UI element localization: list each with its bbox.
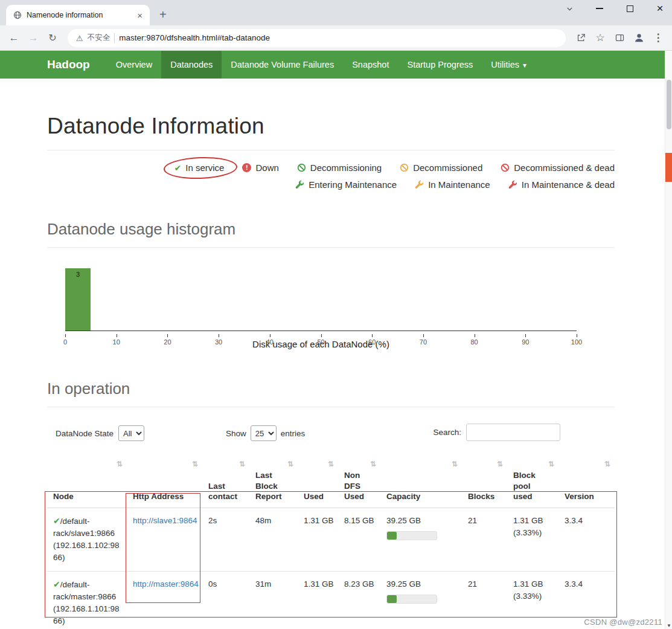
- page-content: Datanode Information In service Down Dec…: [0, 114, 615, 629]
- legend-label: Down: [255, 163, 278, 173]
- col-header-version[interactable]: Version: [558, 457, 615, 508]
- sort-icon[interactable]: [328, 459, 334, 469]
- datanode-state-select[interactable]: All: [118, 425, 144, 441]
- col-header-non-dfs-used[interactable]: Non DFS Used: [338, 457, 380, 508]
- sort-icon[interactable]: [604, 459, 610, 469]
- histogram-bar-value: 3: [76, 271, 80, 278]
- legend-down: Down: [242, 163, 278, 173]
- sort-icon[interactable]: [239, 459, 245, 469]
- divider: [47, 407, 615, 407]
- http-address-link[interactable]: http://slave1:9864: [133, 516, 197, 525]
- search-label: Search:: [433, 428, 461, 437]
- histogram-bar: 3: [65, 268, 91, 331]
- watermark-text: CSDN @dw@zd2211: [584, 618, 662, 627]
- ban-icon: [297, 163, 306, 172]
- check-icon: [53, 517, 60, 526]
- browser-toolbar: 不安全 master:9870/dfshealth.html#tab-datan…: [0, 25, 672, 51]
- legend-decommissioned: Decommissioned: [400, 163, 482, 173]
- nav-item-datanodes[interactable]: Datanodes: [161, 51, 222, 79]
- share-icon[interactable]: [573, 30, 589, 46]
- usage-histogram: 3 0 10 20 30 40 50 60 70 80 90 100 Disk …: [47, 266, 615, 349]
- col-header-node[interactable]: Node: [47, 457, 127, 508]
- col-header-block-pool-used[interactable]: Block pool used: [507, 457, 558, 508]
- browser-window: Namenode information 不安全 master:9870/dfs…: [0, 0, 672, 629]
- search-input[interactable]: [466, 424, 560, 441]
- side-panel-icon[interactable]: [612, 30, 627, 46]
- nav-item-startup-progress[interactable]: Startup Progress: [398, 51, 482, 79]
- browser-menu-icon[interactable]: [650, 30, 666, 46]
- cell-non-dfs-used: 8.15 GB: [338, 508, 380, 571]
- sort-icon[interactable]: [192, 459, 198, 469]
- status-legend: In service Down Decommissioning Decommis…: [47, 163, 615, 190]
- legend-label: Decommissioned: [413, 163, 482, 173]
- page-scrollbar[interactable]: [665, 51, 672, 629]
- window-minimize-button[interactable]: [594, 2, 606, 15]
- legend-label: Decommissioned & dead: [514, 163, 615, 173]
- bookmark-star-icon[interactable]: [592, 30, 608, 46]
- col-header-capacity[interactable]: Capacity: [380, 457, 462, 508]
- col-header-blocks[interactable]: Blocks: [462, 457, 507, 508]
- entries-control: Show 25 entries: [226, 425, 305, 441]
- window-maximize-button[interactable]: [624, 2, 636, 15]
- new-tab-button[interactable]: [156, 8, 170, 21]
- nav-utilities-label: Utilities: [491, 60, 519, 69]
- browser-tab[interactable]: Namenode information: [6, 5, 150, 25]
- legend-label: Decommissioning: [310, 163, 382, 173]
- legend-entering-maintenance: Entering Maintenance: [295, 179, 397, 190]
- window-controls: [563, 2, 666, 15]
- caret-down-icon: [519, 60, 526, 69]
- hadoop-navbar: Hadoop Overview Datanodes Datanode Volum…: [0, 51, 672, 79]
- cell-http-address: http://master:9864: [127, 572, 202, 629]
- legend-label: In service: [185, 163, 224, 173]
- sort-icon[interactable]: [287, 459, 293, 469]
- legend-decommissioning: Decommissioning: [297, 163, 382, 173]
- forward-button[interactable]: [25, 30, 41, 46]
- legend-in-maintenance: In Maintenance: [415, 179, 490, 190]
- url-text[interactable]: master:9870/dfshealth.html#tab-datanode: [119, 33, 270, 42]
- brand-hadoop[interactable]: Hadoop: [47, 51, 90, 79]
- maximize-icon: [627, 5, 633, 12]
- nav-item-utilities[interactable]: Utilities: [482, 51, 536, 79]
- wrench-icon: [295, 180, 304, 189]
- omnibox-divider: [114, 33, 115, 43]
- browser-tab-strip: Namenode information: [0, 0, 672, 25]
- security-label: 不安全: [88, 33, 110, 43]
- tab-favicon-icon: [13, 11, 22, 19]
- sort-icon[interactable]: [117, 459, 123, 469]
- cell-last-block-report: 31m: [249, 572, 298, 629]
- sort-icon[interactable]: [452, 459, 458, 469]
- datanode-state-label: DataNode State: [56, 429, 114, 438]
- nav-item-datanode-volume-failures[interactable]: Datanode Volume Failures: [222, 51, 343, 79]
- show-label: Show: [226, 429, 246, 438]
- legend-label: In Maintenance: [428, 179, 490, 190]
- tab-close-icon[interactable]: [135, 11, 145, 20]
- sort-icon[interactable]: [497, 459, 503, 469]
- window-close-button[interactable]: [654, 2, 666, 15]
- scrollbar-down-arrow-icon[interactable]: [667, 623, 671, 628]
- reload-button[interactable]: [45, 30, 60, 46]
- security-warning-icon[interactable]: [76, 33, 83, 44]
- tab-search-chevron-icon[interactable]: [563, 2, 575, 15]
- scrollbar-thumb[interactable]: [667, 80, 671, 129]
- ban-icon: [400, 163, 409, 172]
- divider: [47, 150, 615, 150]
- col-header-last-block-report[interactable]: Last Block Report: [249, 457, 298, 508]
- entries-select[interactable]: 25: [251, 425, 277, 441]
- cell-blocks: 21: [462, 508, 507, 571]
- back-button[interactable]: [6, 30, 22, 46]
- nav-item-snapshot[interactable]: Snapshot: [343, 51, 398, 79]
- sort-icon[interactable]: [548, 459, 554, 469]
- col-header-http-address[interactable]: Http Address: [127, 457, 202, 508]
- datanode-table: Node Http Address Last contact Last Bloc…: [47, 457, 615, 629]
- sort-icon[interactable]: [370, 459, 376, 469]
- cell-used: 1.31 GB: [298, 572, 338, 629]
- cell-used: 1.31 GB: [298, 508, 338, 571]
- nav-item-overview[interactable]: Overview: [107, 51, 161, 79]
- col-header-used[interactable]: Used: [298, 457, 338, 508]
- profile-avatar-icon[interactable]: [631, 30, 647, 46]
- address-bar[interactable]: 不安全 master:9870/dfshealth.html#tab-datan…: [68, 29, 566, 47]
- legend-label: In Maintenance & dead: [522, 179, 615, 190]
- col-header-last-contact[interactable]: Last contact: [202, 457, 249, 508]
- http-address-link[interactable]: http://master:9864: [133, 579, 199, 589]
- capacity-progress-bar: [386, 595, 437, 604]
